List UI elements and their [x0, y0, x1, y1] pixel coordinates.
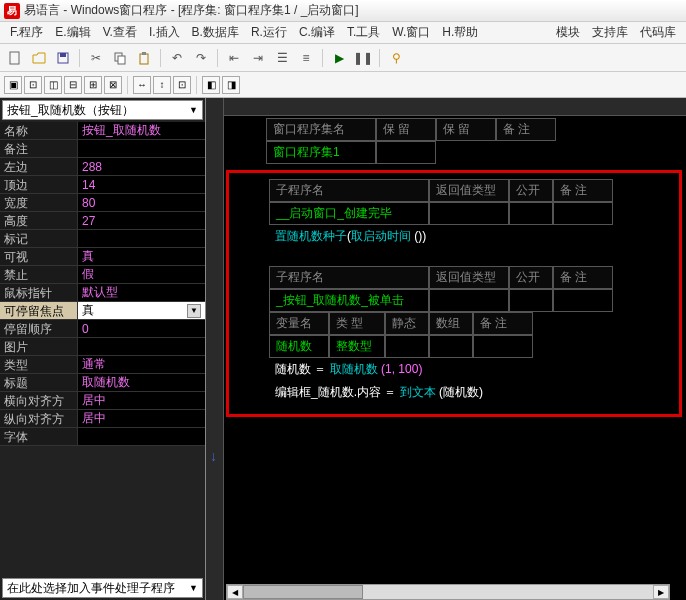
align-icon[interactable]: ≡ — [295, 47, 317, 69]
menu-module[interactable]: 模块 — [550, 22, 586, 43]
menu-window[interactable]: W.窗口 — [386, 22, 436, 43]
list-icon[interactable]: ☰ — [271, 47, 293, 69]
new-icon[interactable] — [4, 47, 26, 69]
prop-row-7[interactable]: 可视真 — [0, 248, 205, 266]
prop-value[interactable]: 默认型 — [78, 284, 205, 301]
prop-row-13[interactable]: 类型通常 — [0, 356, 205, 374]
menu-database[interactable]: B.数据库 — [186, 22, 245, 43]
prop-row-4[interactable]: 宽度80 — [0, 194, 205, 212]
menu-code-lib[interactable]: 代码库 — [634, 22, 682, 43]
prop-value[interactable]: 居中 — [78, 410, 205, 427]
code-line-3[interactable]: 编辑框_随机数.内容 ＝ 到文本 (随机数) — [269, 381, 675, 404]
prop-value[interactable]: 假 — [78, 266, 205, 283]
prop-row-9[interactable]: 鼠标指针默认型 — [0, 284, 205, 302]
prop-value[interactable] — [78, 140, 205, 157]
prop-value[interactable]: 14 — [78, 176, 205, 193]
design-btn-7[interactable]: ↔ — [133, 76, 151, 94]
prop-row-0[interactable]: 名称按钮_取随机数 — [0, 122, 205, 140]
scroll-right-icon[interactable]: ▶ — [653, 585, 669, 599]
save-icon[interactable] — [52, 47, 74, 69]
horizontal-ruler — [224, 98, 686, 116]
code-line-1[interactable]: 置随机数种子(取启动时间 ()) — [269, 225, 675, 248]
copy-icon[interactable] — [109, 47, 131, 69]
indent-icon[interactable]: ⇥ — [247, 47, 269, 69]
menu-compile[interactable]: C.编译 — [293, 22, 341, 43]
prop-row-12[interactable]: 图片 — [0, 338, 205, 356]
prop-value[interactable]: 真▼ — [78, 302, 205, 319]
prop-row-17[interactable]: 字体 — [0, 428, 205, 446]
run-icon[interactable]: ▶ — [328, 47, 350, 69]
prop-value[interactable] — [78, 230, 205, 247]
design-btn-10[interactable]: ◧ — [202, 76, 220, 94]
prop-row-1[interactable]: 备注 — [0, 140, 205, 158]
pause-icon[interactable]: ❚❚ — [352, 47, 374, 69]
program-set-row[interactable]: 窗口程序集1 — [266, 141, 682, 164]
undo-icon[interactable]: ↶ — [166, 47, 188, 69]
prop-row-11[interactable]: 停留顺序0 — [0, 320, 205, 338]
find-icon[interactable]: ⚲ — [385, 47, 407, 69]
prop-label: 鼠标指针 — [0, 284, 78, 301]
var-row[interactable]: 随机数 整数型 — [269, 335, 675, 358]
prop-row-15[interactable]: 横向对齐方式居中 — [0, 392, 205, 410]
code-line-2[interactable]: 随机数 ＝ 取随机数 (1, 100) — [269, 358, 675, 381]
paste-icon[interactable] — [133, 47, 155, 69]
design-btn-5[interactable]: ⊞ — [84, 76, 102, 94]
program-set-value: 窗口程序集1 — [273, 145, 340, 159]
prop-value[interactable]: 按钮_取随机数 — [78, 122, 205, 139]
scroll-track[interactable] — [243, 585, 653, 599]
prop-row-5[interactable]: 高度27 — [0, 212, 205, 230]
prop-value[interactable]: 27 — [78, 212, 205, 229]
outdent-icon[interactable]: ⇤ — [223, 47, 245, 69]
menu-help[interactable]: H.帮助 — [436, 22, 484, 43]
design-btn-11[interactable]: ◨ — [222, 76, 240, 94]
design-btn-2[interactable]: ⊡ — [24, 76, 42, 94]
prop-row-6[interactable]: 标记 — [0, 230, 205, 248]
horizontal-scrollbar[interactable]: ◀ ▶ — [226, 584, 670, 600]
design-btn-8[interactable]: ↕ — [153, 76, 171, 94]
design-btn-1[interactable]: ▣ — [4, 76, 22, 94]
menu-run[interactable]: R.运行 — [245, 22, 293, 43]
menu-support-lib[interactable]: 支持库 — [586, 22, 634, 43]
prop-row-3[interactable]: 顶边14 — [0, 176, 205, 194]
prop-value[interactable]: 288 — [78, 158, 205, 175]
prop-label: 类型 — [0, 356, 78, 373]
menu-edit[interactable]: E.编辑 — [49, 22, 96, 43]
menu-program[interactable]: F.程序 — [4, 22, 49, 43]
design-btn-4[interactable]: ⊟ — [64, 76, 82, 94]
chevron-down-icon[interactable]: ▼ — [187, 304, 201, 318]
prop-value[interactable]: 取随机数 — [78, 374, 205, 391]
design-btn-3[interactable]: ◫ — [44, 76, 62, 94]
prop-value[interactable] — [78, 428, 205, 445]
menu-insert[interactable]: I.插入 — [143, 22, 186, 43]
design-btn-6[interactable]: ⊠ — [104, 76, 122, 94]
col-reserved1: 保 留 — [376, 118, 436, 141]
object-selector[interactable]: 按钮_取随机数（按钮） ▼ — [2, 100, 203, 120]
prop-value[interactable]: 80 — [78, 194, 205, 211]
window-title: 易语言 - Windows窗口程序 - [程序集: 窗口程序集1 / _启动窗口… — [24, 2, 359, 19]
prop-value[interactable] — [78, 338, 205, 355]
prop-value[interactable]: 真 — [78, 248, 205, 265]
menu-tools[interactable]: T.工具 — [341, 22, 386, 43]
design-btn-9[interactable]: ⊡ — [173, 76, 191, 94]
open-icon[interactable] — [28, 47, 50, 69]
code-editor[interactable]: ↓ 窗口程序集名 保 留 保 留 备 注 窗口程序集1 子程序名 — [206, 98, 686, 600]
code-content: 窗口程序集名 保 留 保 留 备 注 窗口程序集1 子程序名 返回值类型 公开 — [226, 118, 682, 417]
redo-icon[interactable]: ↷ — [190, 47, 212, 69]
event-selector[interactable]: 在此处选择加入事件处理子程序 ▼ — [2, 578, 203, 598]
toolbar-design: ▣ ⊡ ◫ ⊟ ⊞ ⊠ ↔ ↕ ⊡ ◧ ◨ — [0, 72, 686, 98]
sub1-row[interactable]: __启动窗口_创建完毕 — [269, 202, 675, 225]
sub2-row[interactable]: _按钮_取随机数_被单击 — [269, 289, 675, 312]
prop-row-14[interactable]: 标题取随机数 — [0, 374, 205, 392]
prop-value[interactable]: 0 — [78, 320, 205, 337]
prop-value[interactable]: 居中 — [78, 392, 205, 409]
scroll-left-icon[interactable]: ◀ — [227, 585, 243, 599]
prop-value[interactable]: 通常 — [78, 356, 205, 373]
prop-label: 标记 — [0, 230, 78, 247]
prop-row-8[interactable]: 禁止假 — [0, 266, 205, 284]
prop-row-2[interactable]: 左边288 — [0, 158, 205, 176]
scroll-thumb[interactable] — [243, 585, 363, 599]
cut-icon[interactable]: ✂ — [85, 47, 107, 69]
prop-row-10[interactable]: 可停留焦点真▼ — [0, 302, 205, 320]
menu-view[interactable]: V.查看 — [97, 22, 143, 43]
prop-row-16[interactable]: 纵向对齐方式居中 — [0, 410, 205, 428]
